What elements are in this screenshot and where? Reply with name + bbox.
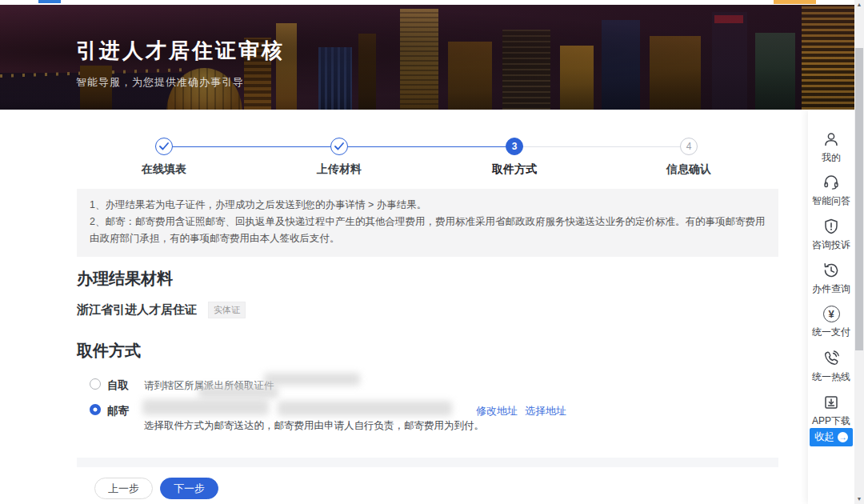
hero-banner: 引进人才居住证审核 智能导服，为您提供准确办事引导 — [0, 5, 854, 110]
step-online-form[interactable]: 在线填表 — [116, 138, 212, 177]
choose-address-link[interactable]: 选择地址 — [525, 404, 566, 418]
notice-line-1: 1、办理结果若为电子证件，办理成功之后发送到您的办事详情 > 办事结果。 — [90, 197, 766, 214]
sidebar-item-smart-qa[interactable]: 智能问答 — [808, 174, 854, 208]
prev-step-button[interactable]: 上一步 — [94, 478, 153, 499]
sidebar-item-app-download[interactable]: APP下载 — [808, 394, 854, 428]
headset-icon — [822, 174, 840, 191]
main-content: 在线填表 上传材料 3 取件方式 4 信息确认 1、办理结果若为电子证件，办理成… — [0, 110, 808, 504]
scroll-down-arrow-icon[interactable]: ▼ — [854, 494, 864, 504]
page: 引进人才居住证审核 智能导服，为您提供准确办事引导 在线填表 上传材料 3 取件… — [0, 0, 864, 504]
sidebar-item-label: 统一热线 — [808, 370, 854, 384]
mail-label[interactable]: 邮寄 — [107, 404, 129, 418]
sidebar-item-my[interactable]: 我的 — [808, 130, 854, 165]
download-icon — [822, 394, 840, 411]
sidebar-item-unified-pay[interactable]: ¥ 统一支付 — [808, 306, 854, 339]
step-done-check-icon — [155, 138, 173, 155]
sidebar-item-label: 智能问答 — [808, 194, 854, 208]
sidebar-item-label: 我的 — [808, 151, 854, 165]
redacted-address-blur — [198, 386, 278, 398]
step-pickup-method[interactable]: 3 取件方式 — [466, 138, 562, 177]
hotline-icon — [822, 350, 840, 367]
step-number-badge: 3 — [506, 138, 523, 155]
step-label: 上传材料 — [291, 162, 387, 177]
page-title: 引进人才居住证审核 — [76, 37, 285, 65]
physical-cert-tag: 实体证 — [208, 302, 246, 318]
sidebar-item-label: 咨询投诉 — [808, 238, 854, 252]
scroll-up-arrow-icon[interactable]: ▲ — [854, 0, 864, 10]
redacted-address-blur — [142, 399, 269, 415]
result-materials-heading: 办理结果材料 — [77, 268, 173, 290]
sidebar-item-label: 统一支付 — [808, 326, 854, 339]
self-pickup-radio[interactable] — [90, 378, 101, 390]
step-label: 信息确认 — [641, 162, 737, 177]
collapse-sidebar-button[interactable]: 收起 → — [810, 428, 853, 446]
scrollbar-thumb[interactable] — [855, 48, 863, 350]
next-step-button[interactable]: 下一步 — [160, 478, 218, 499]
mail-radio[interactable] — [90, 404, 101, 415]
step-label: 在线填表 — [116, 162, 212, 177]
shield-alert-icon — [822, 218, 840, 235]
notice-line-2: 2、邮寄：邮寄费用含证照邮寄、回执返单及快递过程中产生的其他合理费用，费用标准采… — [90, 214, 766, 247]
step-upload-materials[interactable]: 上传材料 — [291, 138, 387, 177]
yuan-icon: ¥ — [823, 306, 840, 322]
utility-sidebar: 我的 智能问答 咨询投诉 办件查询 ¥ 统一支付 统一热线 APP下载 收起 — [808, 110, 854, 504]
result-material-name: 浙江省引进人才居住证 — [77, 302, 197, 318]
blue-tab-indicator — [38, 0, 61, 3]
page-subtitle: 智能导服，为您提供准确办事引导 — [76, 75, 244, 90]
step-info-confirm[interactable]: 4 信息确认 — [641, 138, 737, 177]
section-separator — [77, 458, 778, 467]
collapse-label: 收起 — [814, 430, 834, 444]
orange-toolbar-button[interactable] — [774, 0, 816, 4]
redacted-address-blur — [278, 401, 452, 416]
sidebar-item-case-query[interactable]: 办件查询 — [808, 262, 854, 296]
step-done-check-icon — [330, 138, 348, 155]
history-icon — [822, 262, 840, 279]
sidebar-item-label: 办件查询 — [808, 282, 854, 296]
notice-box: 1、办理结果若为电子证件，办理成功之后发送到您的办事详情 > 办事结果。 2、邮… — [77, 189, 778, 257]
arrow-right-circle-icon: → — [838, 432, 848, 442]
sidebar-item-label: APP下载 — [808, 414, 854, 428]
user-icon — [822, 130, 840, 148]
redacted-address-blur — [264, 373, 360, 386]
modify-address-link[interactable]: 修改地址 — [476, 404, 518, 418]
self-pickup-label[interactable]: 自取 — [107, 378, 129, 393]
step-label: 取件方式 — [466, 162, 562, 177]
browser-scrollbar[interactable]: ▲ ▼ — [854, 0, 864, 504]
sidebar-item-hotline[interactable]: 统一热线 — [808, 350, 854, 384]
pickup-method-heading: 取件方式 — [77, 340, 141, 362]
step-number-badge: 4 — [680, 138, 698, 155]
result-material-row: 浙江省引进人才居住证 实体证 — [77, 302, 246, 318]
mail-desc: 选择取件方式为邮寄送达的，邮寄费用由申请人自行负责，邮寄费用为到付。 — [144, 419, 484, 433]
sidebar-item-complaint[interactable]: 咨询投诉 — [808, 218, 854, 252]
